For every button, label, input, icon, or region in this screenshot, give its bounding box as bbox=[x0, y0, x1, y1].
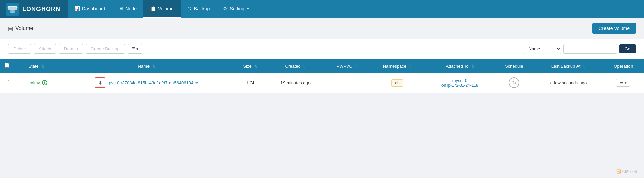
svg-point-1 bbox=[10, 10, 15, 13]
create-volume-button[interactable]: Create Volume bbox=[592, 23, 636, 34]
dashboard-icon: 📊 bbox=[74, 6, 80, 11]
table-row: Healthy ℹ ⬇ pvc-0b37084c-815b-43ef-afd7-… bbox=[0, 73, 644, 93]
volume-name-link[interactable]: pvc-0b37084c-815b-43ef-afd7-aa56406134ec bbox=[109, 80, 198, 85]
row-operation: ☰ ▾ bbox=[603, 73, 644, 93]
attached-to-container: mysql-0 on ip-172-31-24-118 bbox=[429, 78, 491, 88]
th-namespace-label: Namespace bbox=[383, 63, 406, 69]
nav-setting-label: Setting bbox=[230, 6, 244, 11]
th-last-backup[interactable]: Last Backup At ⇅ bbox=[534, 59, 603, 73]
th-pvpvc[interactable]: PV/PVC ⇅ bbox=[325, 59, 369, 73]
pvpvc-sort-icon: ⇅ bbox=[355, 65, 358, 68]
page-title-text: Volume bbox=[15, 25, 33, 31]
th-size-label: Size bbox=[243, 63, 251, 69]
health-info-icon[interactable]: ℹ bbox=[42, 80, 47, 85]
th-operation-label: Operation bbox=[614, 63, 633, 69]
page-title: ▤ Volume bbox=[8, 25, 33, 32]
attach-button[interactable]: Attach bbox=[34, 44, 56, 54]
chevron-down-icon: ▼ bbox=[246, 7, 250, 10]
operation-menu-button[interactable]: ☰ ▾ bbox=[616, 79, 630, 87]
list-view-button[interactable]: ☰ ▾ bbox=[128, 44, 143, 54]
filter-input[interactable] bbox=[563, 44, 617, 54]
create-backup-button[interactable]: Create Backup bbox=[86, 44, 125, 54]
size-sort-icon: ⇅ bbox=[254, 65, 257, 68]
search-filter: Name State PV/PVC Namespace Go bbox=[524, 44, 636, 54]
volume-table: State ⇅ Name ⇅ Size ⇅ Created ⇅ PV/PVC bbox=[0, 59, 644, 93]
nav-dashboard[interactable]: 📊 Dashboard bbox=[68, 0, 112, 18]
toolbar: Delete Attach Detach Create Backup ☰ ▾ N… bbox=[0, 39, 644, 59]
th-created-label: Created bbox=[285, 63, 301, 69]
brand[interactable]: LONGHORN bbox=[0, 0, 68, 18]
last-backup-sort-icon: ⇅ bbox=[583, 65, 586, 68]
filter-select[interactable]: Name State PV/PVC Namespace bbox=[524, 44, 561, 54]
th-attached-to-label: Attached To bbox=[446, 63, 468, 69]
row-size: 1 Gi bbox=[234, 73, 267, 93]
th-name-label: Name bbox=[138, 63, 150, 69]
node-icon: 🖥 bbox=[119, 6, 124, 11]
longhorn-logo bbox=[6, 3, 19, 16]
nav-backup[interactable]: 🛡 Backup bbox=[181, 0, 217, 18]
th-name[interactable]: Name ⇅ bbox=[59, 59, 234, 73]
backup-icon: 🛡 bbox=[187, 6, 192, 11]
operation-chevron-icon: ▾ bbox=[625, 80, 627, 85]
brand-name: LONGHORN bbox=[22, 6, 60, 13]
created-sort-icon: ⇅ bbox=[303, 65, 306, 68]
row-schedule: ↻ bbox=[494, 73, 534, 93]
row-attached-to: mysql-0 on ip-172-31-24-118 bbox=[425, 73, 494, 93]
operation-list-icon: ☰ bbox=[620, 80, 623, 85]
attached-sort-icon: ⇅ bbox=[471, 65, 474, 68]
th-created[interactable]: Created ⇅ bbox=[266, 59, 325, 73]
nav-backup-label: Backup bbox=[194, 6, 210, 11]
attached-primary[interactable]: mysql-0 bbox=[429, 78, 491, 83]
volume-icon: 📋 bbox=[150, 6, 156, 11]
th-last-backup-label: Last Backup At bbox=[551, 63, 581, 69]
page-header: ▤ Volume Create Volume bbox=[0, 18, 644, 39]
th-state[interactable]: State ⇅ bbox=[14, 59, 59, 73]
state-sort-icon: ⇅ bbox=[41, 65, 44, 68]
name-sort-icon: ⇅ bbox=[152, 65, 155, 68]
th-operation: Operation bbox=[603, 59, 644, 73]
nav-dashboard-label: Dashboard bbox=[82, 6, 105, 11]
table-body: Healthy ℹ ⬇ pvc-0b37084c-815b-43ef-afd7-… bbox=[0, 73, 644, 93]
nav-items: 📊 Dashboard 🖥 Node 📋 Volume 🛡 Backup ⚙ S… bbox=[68, 0, 257, 18]
nav-node[interactable]: 🖥 Node bbox=[112, 0, 143, 18]
go-button[interactable]: Go bbox=[619, 44, 636, 53]
namespace-badge: db bbox=[391, 79, 403, 87]
th-namespace[interactable]: Namespace ⇅ bbox=[369, 59, 425, 73]
schedule-refresh-icon[interactable]: ↻ bbox=[509, 77, 519, 88]
list-icon: ☰ ▾ bbox=[131, 46, 139, 51]
row-pvpvc bbox=[325, 73, 369, 93]
page-title-icon: ▤ bbox=[8, 25, 13, 32]
row-checkbox-cell bbox=[0, 73, 14, 93]
nav-node-label: Node bbox=[126, 6, 137, 11]
attached-secondary: on ip-172-31-24-118 bbox=[429, 83, 491, 88]
delete-button[interactable]: Delete bbox=[8, 44, 31, 54]
nav-volume[interactable]: 📋 Volume bbox=[143, 0, 181, 18]
select-all-checkbox[interactable] bbox=[5, 63, 9, 68]
volume-table-container: State ⇅ Name ⇅ Size ⇅ Created ⇅ PV/PVC bbox=[0, 59, 644, 93]
volume-download-icon[interactable]: ⬇ bbox=[95, 77, 105, 88]
th-size[interactable]: Size ⇅ bbox=[234, 59, 267, 73]
th-schedule: Schedule bbox=[494, 59, 534, 73]
namespace-sort-icon: ⇅ bbox=[409, 65, 412, 68]
nav-volume-label: Volume bbox=[158, 6, 174, 11]
row-name: ⬇ pvc-0b37084c-815b-43ef-afd7-aa56406134… bbox=[59, 73, 234, 93]
nav-setting[interactable]: ⚙ Setting ▼ bbox=[216, 0, 257, 18]
status-healthy: Healthy ℹ bbox=[17, 80, 56, 85]
th-state-label: State bbox=[28, 63, 38, 69]
row-namespace: db bbox=[369, 73, 425, 93]
row-last-backup: a few seconds ago bbox=[534, 73, 603, 93]
select-all-header bbox=[0, 59, 14, 73]
navbar: LONGHORN 📊 Dashboard 🖥 Node 📋 Volume 🛡 B… bbox=[0, 0, 644, 18]
row-state: Healthy ℹ bbox=[14, 73, 59, 93]
detach-button[interactable]: Detach bbox=[59, 44, 83, 54]
th-pvpvc-label: PV/PVC bbox=[336, 63, 352, 69]
state-label: Healthy bbox=[25, 80, 40, 85]
th-schedule-label: Schedule bbox=[505, 63, 523, 69]
table-header: State ⇅ Name ⇅ Size ⇅ Created ⇅ PV/PVC bbox=[0, 59, 644, 73]
setting-icon: ⚙ bbox=[223, 6, 227, 11]
row-checkbox[interactable] bbox=[5, 80, 9, 84]
row-created: 19 minutes ago bbox=[266, 73, 325, 93]
th-attached-to[interactable]: Attached To ⇅ bbox=[425, 59, 494, 73]
vol-name-cell: ⬇ pvc-0b37084c-815b-43ef-afd7-aa56406134… bbox=[62, 77, 231, 88]
